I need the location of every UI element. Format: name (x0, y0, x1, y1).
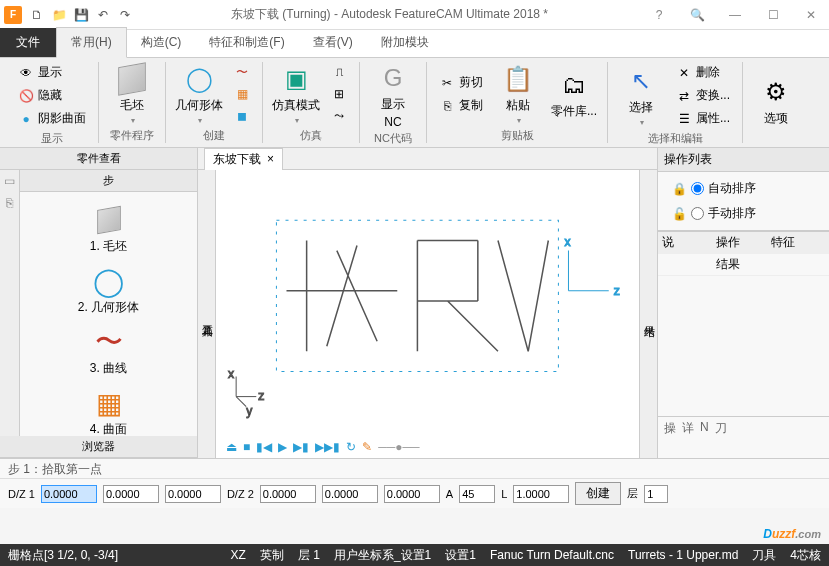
close-icon[interactable]: ✕ (797, 8, 825, 22)
qat-undo-icon[interactable]: ↶ (94, 6, 112, 24)
leftpane-header: 零件查看 (0, 148, 197, 170)
steps-header: 步 (20, 170, 197, 192)
eject-icon[interactable]: ⏏ (226, 440, 237, 454)
paste-button[interactable]: 📋粘贴 (493, 62, 543, 126)
group-display-label: 显示 (14, 129, 90, 146)
dz1-input-3[interactable] (165, 485, 221, 503)
svg-text:z: z (614, 284, 620, 298)
tab-construct[interactable]: 构造(C) (127, 28, 196, 57)
tool-status[interactable]: 刀具 (752, 547, 776, 564)
step-geometry[interactable]: ◯2. 几何形体 (20, 259, 197, 320)
select-button[interactable]: ↖选择 (616, 62, 666, 129)
rtab-detail[interactable]: 详 (682, 420, 694, 437)
ucs-status[interactable]: 用户坐标系_设置1 (334, 547, 431, 564)
result-panel[interactable]: 结果 (639, 170, 657, 458)
layer-label: 层 (627, 486, 638, 501)
lib-button[interactable]: 🗂零件库... (549, 62, 599, 126)
attr-button[interactable]: ☰属性... (672, 108, 734, 129)
next-icon[interactable]: ▶▮ (293, 440, 309, 454)
a-label: A (446, 488, 453, 500)
slider[interactable]: ──●── (378, 440, 419, 454)
curve-icon[interactable]: 〜 (230, 62, 254, 82)
a-input[interactable] (459, 485, 495, 503)
step-curve[interactable]: 〜3. 曲线 (20, 320, 197, 381)
browser-header: 浏览器 (0, 436, 197, 458)
surface-icon[interactable]: ▦ (230, 84, 254, 104)
rtab-nc[interactable]: N (700, 420, 709, 437)
nc-button[interactable]: G显示NC (368, 62, 418, 129)
create-button[interactable]: 创建 (575, 482, 621, 505)
loop-icon[interactable]: ↻ (346, 440, 356, 454)
stock-button[interactable]: 毛坯 (107, 62, 157, 126)
tab-view[interactable]: 查看(V) (299, 28, 367, 57)
cnc-status[interactable]: Fanuc Turn Default.cnc (490, 548, 614, 562)
minimize-icon[interactable]: — (721, 8, 749, 22)
step-surface[interactable]: ▦4. 曲面 (20, 381, 197, 436)
layer-status[interactable]: 层 1 (298, 547, 320, 564)
cut-button[interactable]: ✂剪切 (435, 72, 487, 93)
rtab-tool[interactable]: 刀 (715, 420, 727, 437)
show-button[interactable]: 👁显示 (14, 62, 90, 83)
options-button[interactable]: ⚙选项 (751, 62, 801, 141)
edit-icon[interactable]: ✎ (362, 440, 372, 454)
tab-file[interactable]: 文件 (0, 28, 56, 57)
document-tab[interactable]: 东坡下载 × (204, 148, 283, 170)
dz2-input-2[interactable] (322, 485, 378, 503)
qat-save-icon[interactable]: 💾 (72, 6, 90, 24)
step-stock[interactable]: 1. 毛坯 (20, 198, 197, 259)
svg-line-9 (236, 397, 246, 407)
copy-button[interactable]: ⎘复制 (435, 95, 487, 116)
setup-status[interactable]: 设置1 (445, 547, 476, 564)
group-create-label: 创建 (174, 126, 254, 143)
sim-opt2-icon[interactable]: ⊞ (327, 84, 351, 104)
rtab-op[interactable]: 操 (664, 420, 676, 437)
qat-new-icon[interactable]: 🗋 (28, 6, 46, 24)
dz1-input-2[interactable] (103, 485, 159, 503)
sim-opt3-icon[interactable]: ⤳ (327, 106, 351, 126)
unit-status[interactable]: 英制 (260, 547, 284, 564)
sim-mode-button[interactable]: ▣仿真模式 (271, 62, 321, 126)
tab-feature[interactable]: 特征和制造(F) (195, 28, 298, 57)
layer-input[interactable] (644, 485, 668, 503)
search-icon[interactable]: 🔍 (683, 8, 711, 22)
group-sim-label: 仿真 (271, 126, 351, 143)
play-icon[interactable]: ▶ (278, 440, 287, 454)
geometry-button[interactable]: ◯几何形体 (174, 62, 224, 126)
transform-button[interactable]: ⇄变换... (672, 85, 734, 106)
viewport[interactable]: z x z x y ⏏ ■ ▮◀ ▶ ▶▮ ▶▶▮ ↻ (216, 170, 639, 458)
plane-status[interactable]: XZ (231, 548, 246, 562)
l-input[interactable] (513, 485, 569, 503)
dz1-input-1[interactable] (41, 485, 97, 503)
stop-icon[interactable]: ■ (243, 440, 250, 454)
svg-text:x: x (228, 367, 234, 381)
manual-sort-radio[interactable]: 🔓手动排序 (664, 201, 823, 226)
toolbox-panel[interactable]: 工具箱 (198, 170, 216, 458)
tab-home[interactable]: 常用(H) (56, 27, 127, 58)
leftnav-icon-2[interactable]: ⎘ (6, 196, 13, 210)
shade-button[interactable]: ●阴影曲面 (14, 108, 90, 129)
group-edit-label: 选择和编辑 (616, 129, 734, 146)
hide-button[interactable]: 🚫隐藏 (14, 85, 90, 106)
prev-icon[interactable]: ▮◀ (256, 440, 272, 454)
leftnav-icon-1[interactable]: ▭ (4, 174, 15, 188)
svg-text:y: y (246, 404, 253, 418)
dz1-label: D/Z 1 (8, 488, 35, 500)
dz2-input-3[interactable] (384, 485, 440, 503)
ffwd-icon[interactable]: ▶▶▮ (315, 440, 340, 454)
core-status[interactable]: 4芯核 (790, 547, 821, 564)
tab-addon[interactable]: 附加模块 (367, 28, 443, 57)
dz2-label: D/Z 2 (227, 488, 254, 500)
delete-button[interactable]: ✕删除 (672, 62, 734, 83)
app-icon: F (4, 6, 22, 24)
qat-redo-icon[interactable]: ↷ (116, 6, 134, 24)
qat-open-icon[interactable]: 📁 (50, 6, 68, 24)
sim-opt1-icon[interactable]: ⎍ (327, 62, 351, 82)
auto-sort-radio[interactable]: 🔒自动排序 (664, 176, 823, 201)
turret-status[interactable]: Turrets - 1 Upper.md (628, 548, 738, 562)
group-clip-label: 剪贴板 (435, 126, 599, 143)
maximize-icon[interactable]: ☐ (759, 8, 787, 22)
dz2-input-1[interactable] (260, 485, 316, 503)
solid-icon[interactable]: ◼ (230, 106, 254, 126)
help-icon[interactable]: ? (645, 8, 673, 22)
tab-close-icon[interactable]: × (267, 152, 274, 166)
